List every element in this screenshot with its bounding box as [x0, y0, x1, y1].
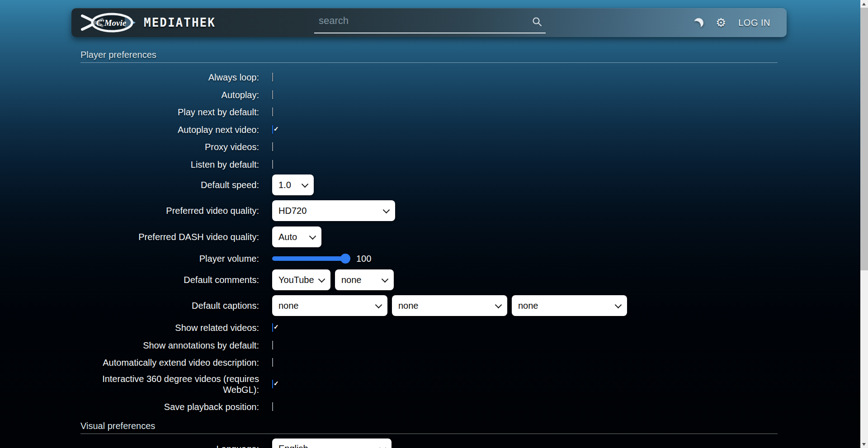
row-listen-by-default: Listen by default:	[80, 156, 778, 174]
fish-logo-icon: C'Movie	[80, 12, 137, 33]
language-value: English	[278, 443, 308, 448]
default-comments-select-2[interactable]: none	[335, 269, 394, 290]
listen-by-default-checkbox[interactable]	[272, 160, 273, 169]
preferred-video-quality-value: HD720	[278, 206, 307, 216]
preferences-page: Player preferences Always loop: Autoplay…	[80, 50, 778, 448]
scrollbar-up-button[interactable]	[860, 0, 868, 8]
default-comments-select-1[interactable]: YouTube	[272, 269, 330, 290]
row-preferred-video-quality: Preferred video quality: HD720	[80, 200, 778, 221]
row-interactive-360: Interactive 360 degree videos (requires …	[80, 373, 778, 395]
interactive-360-label: Interactive 360 degree videos (requires …	[80, 373, 259, 395]
brand-logo[interactable]: C'Movie MEDIATHEK	[80, 12, 216, 33]
show-annotations-label: Show annotations by default:	[80, 340, 259, 351]
extend-description-checkbox[interactable]	[272, 358, 273, 367]
section-title-player-preferences: Player preferences	[80, 50, 778, 63]
vertical-scrollbar[interactable]	[860, 0, 868, 448]
player-preferences-form: Always loop: Autoplay: Play next by defa…	[80, 69, 778, 416]
play-next-label: Play next by default:	[80, 107, 259, 118]
scrollbar-thumb[interactable]	[860, 8, 868, 270]
default-comments-value-2: none	[341, 275, 362, 285]
visual-preferences-form: Language: English	[80, 439, 778, 448]
settings-gear-icon[interactable]: ⚙	[716, 17, 726, 28]
search-icon[interactable]	[531, 16, 543, 28]
proxy-videos-label: Proxy videos:	[80, 141, 259, 152]
row-autoplay-next-video: Autoplay next video:	[80, 121, 778, 139]
save-playback-position-checkbox[interactable]	[272, 402, 273, 411]
section-title-visual-preferences: Visual preferences	[80, 421, 778, 434]
autoplay-next-video-label: Autoplay next video:	[80, 124, 259, 135]
default-comments-label: Default comments:	[80, 274, 259, 285]
app-title: MEDIATHEK	[144, 16, 216, 29]
default-speed-label: Default speed:	[80, 179, 259, 190]
default-captions-value-3: none	[518, 301, 538, 311]
language-label: Language:	[80, 443, 259, 448]
row-player-volume: Player volume: 100	[80, 248, 778, 269]
row-always-loop: Always loop:	[80, 69, 778, 86]
default-comments-value-1: YouTube	[278, 275, 314, 285]
show-annotations-checkbox[interactable]	[272, 341, 273, 349]
show-related-videos-checkbox[interactable]	[272, 323, 273, 332]
listen-by-default-label: Listen by default:	[80, 159, 259, 170]
preferred-dash-quality-select[interactable]: Auto	[272, 226, 321, 247]
row-preferred-dash-quality: Preferred DASH video quality: Auto	[80, 226, 778, 247]
autoplay-label: Autoplay:	[80, 90, 259, 100]
logo-text: C'Movie	[96, 18, 127, 28]
default-captions-value-2: none	[398, 301, 419, 311]
autoplay-checkbox[interactable]	[272, 90, 273, 99]
preferred-video-quality-label: Preferred video quality:	[80, 205, 259, 216]
row-default-speed: Default speed: 1.0	[80, 174, 778, 195]
interactive-360-checkbox[interactable]	[272, 380, 273, 388]
row-default-captions: Default captions: none none none	[80, 295, 778, 316]
row-language: Language: English	[80, 439, 778, 448]
player-volume-slider-thumb[interactable]	[340, 254, 350, 264]
search-input[interactable]	[314, 12, 546, 33]
language-select[interactable]: English	[272, 439, 392, 448]
play-next-checkbox[interactable]	[272, 108, 273, 116]
scroll-down-arrow-icon	[862, 443, 866, 446]
save-playback-position-label: Save playback position:	[80, 401, 259, 412]
row-default-comments: Default comments: YouTube none	[80, 269, 778, 290]
player-volume-slider[interactable]	[272, 256, 350, 261]
preferred-dash-quality-value: Auto	[278, 232, 297, 242]
dark-mode-moon-icon[interactable]	[693, 17, 704, 28]
show-related-videos-label: Show related videos:	[80, 322, 259, 333]
preferred-video-quality-select[interactable]: HD720	[272, 200, 395, 221]
default-captions-select-2[interactable]: none	[392, 295, 507, 316]
header-actions: ⚙ LOG IN	[694, 17, 787, 28]
default-captions-value-1: none	[278, 301, 299, 311]
default-speed-select[interactable]: 1.0	[272, 174, 314, 195]
player-volume-value: 100	[356, 254, 371, 264]
autoplay-next-video-checkbox[interactable]	[272, 125, 273, 134]
proxy-videos-checkbox[interactable]	[272, 142, 273, 151]
preferred-dash-quality-label: Preferred DASH video quality:	[80, 231, 259, 242]
row-show-annotations: Show annotations by default:	[80, 337, 778, 354]
always-loop-checkbox[interactable]	[272, 73, 273, 81]
always-loop-label: Always loop:	[80, 72, 259, 83]
row-save-playback-position: Save playback position:	[80, 398, 778, 416]
default-speed-value: 1.0	[278, 180, 291, 190]
row-show-related-videos: Show related videos:	[80, 319, 778, 337]
scrollbar-down-button[interactable]	[860, 440, 868, 448]
default-captions-select-3[interactable]: none	[512, 295, 627, 316]
search-bar	[314, 12, 546, 33]
row-extend-description: Automatically extend video description:	[80, 354, 778, 372]
row-proxy-videos: Proxy videos:	[80, 138, 778, 156]
row-autoplay: Autoplay:	[80, 86, 778, 104]
scroll-up-arrow-icon	[862, 3, 866, 5]
default-captions-label: Default captions:	[80, 300, 259, 311]
top-navbar: C'Movie MEDIATHEK ⚙ LOG IN	[71, 8, 787, 37]
extend-description-label: Automatically extend video description:	[80, 357, 259, 368]
default-captions-select-1[interactable]: none	[272, 295, 387, 316]
login-button[interactable]: LOG IN	[738, 18, 770, 28]
player-volume-label: Player volume:	[80, 253, 259, 264]
row-play-next: Play next by default:	[80, 104, 778, 121]
